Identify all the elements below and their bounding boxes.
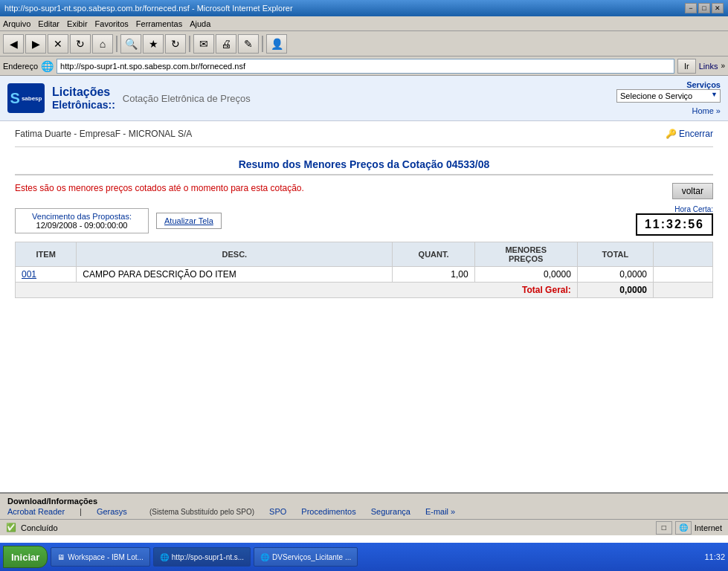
window-controls: − □ ✕ [685, 3, 724, 13]
title-divider [15, 174, 713, 175]
toolbar: ◀ ▶ ✕ ↻ ⌂ 🔍 ★ ↻ ✉ 🖨 ✎ 👤 [0, 31, 728, 57]
mail-button[interactable]: ✉ [193, 34, 214, 54]
home-button[interactable]: ⌂ [92, 34, 113, 54]
maximize-button[interactable]: □ [698, 3, 710, 13]
user-info: Fatima Duarte - EmpresaF - MICRONAL S/A [15, 129, 192, 139]
print-button[interactable]: 🖨 [216, 34, 236, 54]
minimize-button[interactable]: − [685, 3, 697, 13]
col-extra [654, 242, 713, 267]
separator-3 [262, 36, 263, 52]
close-button[interactable]: ✕ [712, 3, 724, 13]
back-button[interactable]: ◀ [3, 34, 24, 54]
media-button[interactable]: ↻ [165, 34, 186, 54]
zone-label: Internet [695, 523, 722, 532]
home-link[interactable]: Home » [692, 106, 721, 115]
vencimento-box: Vencimento das Propostas: 12/09/2008 - 0… [15, 208, 149, 233]
services-label: Serviços [616, 80, 721, 89]
forward-button[interactable]: ▶ [25, 34, 46, 54]
menu-exibir[interactable]: Exibir [67, 19, 88, 28]
messenger-button[interactable]: 👤 [266, 34, 287, 54]
status-btn-1[interactable]: □ [656, 521, 672, 535]
key-icon: 🔑 [666, 129, 679, 139]
menu-arquivo[interactable]: Arquivo [3, 19, 30, 28]
taskbar-icon-dvservicos: 🌐 [260, 553, 269, 561]
taskbar-icon-workspace: 🖥 [57, 553, 65, 561]
services-area: Serviços Selecione o Serviço Home » [616, 80, 721, 116]
expand-icon: » [721, 62, 725, 70]
footer-link-seguranca[interactable]: Segurança [371, 507, 410, 516]
footer-note: (Sistema Substituído pelo SPO) [149, 508, 254, 516]
atualizar-button[interactable]: Atualizar Tela [156, 213, 222, 229]
download-label: Download/Informações [7, 497, 721, 506]
hora-certa-label: Hora Certa: [636, 205, 713, 213]
footer-link-spo[interactable]: SPO [269, 507, 286, 516]
footer-link-procedimentos[interactable]: Procedimentos [301, 507, 355, 516]
total-value: 0,0000 [577, 283, 653, 298]
links-button[interactable]: Links [699, 62, 718, 71]
status-left: ✅ Concluído [6, 523, 58, 532]
page-title: Resumo dos Menores Preços da Cotação 045… [15, 158, 713, 170]
menu-ajuda[interactable]: Ajuda [190, 19, 210, 28]
status-icon: ✅ [6, 523, 16, 532]
address-icon: 🌐 [41, 60, 54, 72]
footer: Download/Informações Acrobat Reader | Ge… [0, 492, 728, 519]
status-btn-2[interactable]: 🌐 [675, 521, 692, 535]
col-desc: DESC. [77, 242, 393, 267]
status-right: □ 🌐 Internet [656, 521, 722, 535]
sabesp-logo: S sabesp [7, 83, 45, 113]
total-row: Total Geral: 0,0000 [16, 283, 713, 298]
brand-text: Licitações Eletrônicas:: [52, 86, 115, 111]
separator-2 [189, 36, 190, 52]
edit-button[interactable]: ✎ [238, 34, 259, 54]
col-menores: MENORES PREÇOS [474, 242, 577, 267]
taskbar-right: 11:32 [704, 552, 725, 561]
start-button[interactable]: Iniciar [3, 546, 48, 568]
taskbar-item-spo[interactable]: 🌐 http://spo-supr1-nt.s... [153, 547, 251, 567]
address-label: Endereço [3, 62, 38, 71]
voltar-button[interactable]: voltar [672, 183, 713, 199]
taskbar-item-workspace[interactable]: 🖥 Workspace - IBM Lot... [51, 547, 150, 567]
cotacao-title: Cotação Eletrônica de Preços [123, 93, 251, 104]
footer-separator-1: | [80, 507, 82, 516]
refresh-button[interactable]: ↻ [70, 34, 91, 54]
vencimento-label: Vencimento das Propostas: [25, 212, 139, 221]
site-header: S sabesp Licitações Eletrônicas:: Cotaçã… [0, 76, 728, 121]
footer-links: Acrobat Reader | Gerasys (Sistema Substi… [7, 507, 721, 516]
address-input[interactable] [57, 59, 674, 74]
menu-favoritos[interactable]: Favoritos [95, 19, 129, 28]
footer-link-gerasys[interactable]: Gerasys [97, 507, 127, 516]
search-button[interactable]: 🔍 [120, 34, 141, 54]
logo-area: S sabesp Licitações Eletrônicas:: Cotaçã… [7, 83, 251, 113]
cell-item[interactable]: 001 [16, 267, 77, 283]
taskbar: Iniciar 🖥 Workspace - IBM Lot... 🌐 http:… [0, 543, 728, 571]
cell-empty [654, 267, 713, 283]
window-title: http://spo-supr1-nt.spo.sabesp.com.br/fo… [4, 4, 293, 13]
taskbar-icon-spo: 🌐 [160, 553, 169, 561]
table-row: 001 CAMPO PARA DESCRIÇÃO DO ITEM 1,00 0,… [16, 267, 713, 283]
col-item: ITEM [16, 242, 77, 267]
footer-link-acrobat[interactable]: Acrobat Reader [7, 507, 65, 516]
cell-desc: CAMPO PARA DESCRIÇÃO DO ITEM [77, 267, 393, 283]
prices-table: ITEM DESC. QUANT. MENORES PREÇOS TOTAL 0… [15, 242, 713, 298]
cell-total: 0,0000 [577, 267, 653, 283]
services-select[interactable]: Selecione o Serviço [616, 89, 721, 103]
status-bar: ✅ Concluído □ 🌐 Internet [0, 519, 728, 535]
separator-1 [116, 36, 117, 52]
menu-ferramentas[interactable]: Ferramentas [136, 19, 182, 28]
menu-editar[interactable]: Editar [38, 19, 59, 28]
encerrar-button[interactable]: 🔑 Encerrar [666, 129, 713, 139]
hora-certa-box: 11:32:56 [636, 213, 713, 236]
total-label: Total Geral: [522, 285, 571, 295]
status-text: Concluído [21, 523, 58, 532]
stop-button[interactable]: ✕ [48, 34, 68, 54]
footer-link-email[interactable]: E-mail » [425, 507, 455, 516]
col-quant: QUANT. [393, 242, 474, 267]
taskbar-item-dvservicos[interactable]: 🌐 DVServiços_Licitante ... [254, 547, 358, 567]
title-bar: http://spo-supr1-nt.spo.sabesp.com.br/fo… [0, 0, 728, 16]
taskbar-time: 11:32 [704, 552, 725, 561]
favorites-button[interactable]: ★ [143, 34, 164, 54]
go-button[interactable]: Ir [677, 59, 696, 74]
cell-menores: 0,0000 [474, 267, 577, 283]
services-select-wrapper: Selecione o Serviço [616, 89, 721, 103]
hora-certa-time: 11:32:56 [645, 218, 704, 230]
